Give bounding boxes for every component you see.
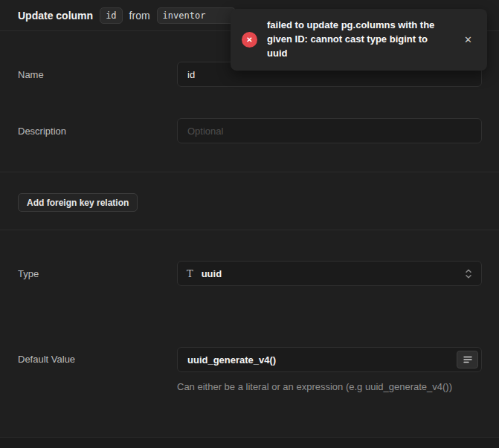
update-column-panel: Update column id from inventor Name Desc… <box>0 0 499 448</box>
add-foreign-key-button[interactable]: Add foreign key relation <box>18 193 138 212</box>
default-value-input[interactable] <box>177 347 482 372</box>
panel-title-connector: from <box>129 10 150 22</box>
error-toast: ✕ failed to update pg.columns with the g… <box>231 9 487 71</box>
panel-title: Update column <box>18 10 93 22</box>
text-type-icon: T <box>187 268 193 279</box>
description-input[interactable] <box>177 118 482 143</box>
close-icon[interactable]: ✕ <box>458 31 478 48</box>
expression-suggestions-button[interactable] <box>457 351 478 369</box>
type-label: Type <box>18 268 177 279</box>
type-section: Type T uuid Default Value <box>0 230 499 438</box>
default-value-row: Default Value Can either be a literal or… <box>18 347 482 393</box>
default-value-helper-text: Can either be a literal or an expression… <box>177 381 482 393</box>
error-icon: ✕ <box>242 32 257 48</box>
panel-footer <box>0 438 499 448</box>
chevron-updown-icon <box>465 268 472 279</box>
column-name-badge: id <box>100 7 122 24</box>
default-value-label: Default Value <box>18 347 177 372</box>
foreign-key-section: Add foreign key relation <box>0 172 499 230</box>
default-value-group <box>177 347 482 372</box>
table-name-badge: inventor <box>157 7 236 24</box>
type-row: Type T uuid <box>18 261 482 286</box>
toast-message: failed to update pg.columns with the giv… <box>267 19 448 61</box>
description-label: Description <box>18 126 177 137</box>
type-select[interactable]: T uuid <box>177 261 482 286</box>
name-label: Name <box>18 69 177 80</box>
list-icon <box>463 356 472 363</box>
description-row: Description <box>18 118 482 143</box>
type-select-value: uuid <box>202 268 457 279</box>
